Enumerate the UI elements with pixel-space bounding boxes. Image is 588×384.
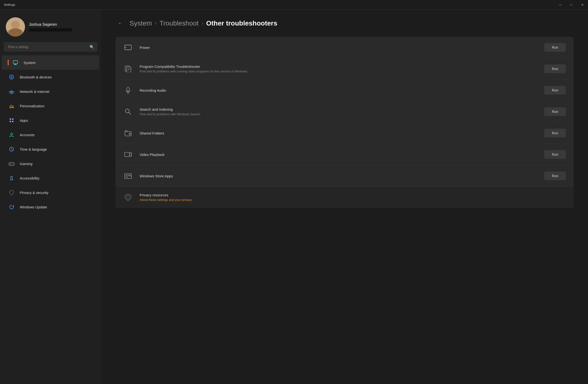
back-button[interactable]: ← (116, 19, 125, 27)
search-input[interactable] (4, 42, 97, 52)
sidebar-item-personalization-label: Personalization (20, 104, 44, 108)
bluetooth-icon: ᛒ (8, 73, 15, 81)
maximize-button[interactable]: □ (566, 0, 577, 10)
troubleshooter-recording-audio: Recording Audio Run (116, 80, 574, 101)
troubleshooter-search-indexing: Search and Indexing Find and fix problem… (116, 101, 574, 122)
sidebar-item-time-label: Time & language (20, 147, 47, 151)
app-container: Joshua Segeren 🔍 System (0, 10, 588, 384)
compat-icon (123, 64, 133, 74)
sidebar-item-accessibility-label: Accessibility (20, 176, 40, 180)
sidebar-item-time[interactable]: Time & language (2, 142, 99, 156)
sidebar-item-bluetooth[interactable]: ᛒ Bluetooth & devices (2, 70, 99, 84)
search-bar[interactable]: 🔍 (4, 42, 97, 52)
mic-icon (123, 85, 133, 95)
sidebar-item-system[interactable]: System (2, 55, 99, 70)
titlebar-controls: — □ ✕ (555, 0, 588, 10)
sidebar-item-accounts[interactable]: Accounts (2, 127, 99, 142)
profile-name: Joshua Segeren (29, 22, 72, 27)
avatar-image (6, 17, 25, 37)
troubleshooter-search-desc: Find and fix problems with Windows Searc… (140, 112, 537, 116)
svg-rect-24 (127, 87, 129, 91)
troubleshooter-store-info: Windows Store Apps (140, 174, 537, 178)
troubleshooter-folders-info: Shared Folders (140, 131, 537, 135)
sidebar-item-gaming[interactable]: Gaming (2, 156, 99, 171)
breadcrumb-sep-1: › (155, 20, 156, 26)
close-button[interactable]: ✕ (577, 0, 588, 10)
troubleshooter-search-info: Search and Indexing Find and fix problem… (140, 107, 537, 116)
run-audio-button[interactable]: Run (544, 86, 566, 95)
troubleshooter-folders-name: Shared Folders (140, 131, 537, 135)
network-icon (8, 88, 15, 95)
svg-line-28 (129, 112, 131, 114)
run-store-button[interactable]: Run (544, 172, 566, 180)
svg-point-5 (11, 94, 12, 94)
accounts-icon (8, 131, 15, 139)
store-icon (123, 171, 133, 181)
titlebar-title: Settings (4, 3, 15, 6)
svg-rect-2 (14, 64, 17, 65)
sidebar-item-gaming-label: Gaming (20, 162, 33, 166)
troubleshooter-compat-desc: Find and fix problems with running older… (140, 70, 537, 73)
sidebar-item-personalization[interactable]: Personalization (2, 99, 99, 113)
sidebar-item-apps[interactable]: Apps (2, 113, 99, 127)
svg-rect-31 (125, 152, 129, 157)
folder-icon (123, 128, 133, 138)
svg-point-16 (13, 164, 14, 164)
sidebar-item-apps-label: Apps (20, 118, 28, 122)
svg-point-10 (11, 133, 13, 135)
sidebar-item-accounts-label: Accounts (20, 133, 35, 137)
svg-rect-21 (126, 67, 131, 72)
breadcrumb-current: Other troubleshooters (206, 20, 277, 27)
main-content: ← System › Troubleshoot › Other troubles… (101, 10, 588, 384)
troubleshooter-power: Power Run (116, 37, 574, 58)
breadcrumb-troubleshoot[interactable]: Troubleshoot (160, 20, 199, 27)
profile-info: Joshua Segeren (29, 22, 72, 32)
svg-rect-34 (128, 175, 130, 176)
svg-rect-33 (126, 175, 127, 177)
sidebar-item-network[interactable]: Network & internet (2, 84, 99, 99)
active-indicator (8, 60, 9, 65)
troubleshooter-search-name: Search and Indexing (140, 107, 537, 111)
sidebar-item-update[interactable]: Windows Update (2, 200, 99, 214)
troubleshooter-video-info: Video Playback (140, 153, 537, 157)
minimize-button[interactable]: — (555, 0, 566, 10)
svg-rect-9 (12, 121, 14, 122)
search-icon: 🔍 (89, 45, 94, 49)
privacy-shield-icon (8, 189, 15, 196)
privacy-resources: Privacy resources About these settings a… (116, 187, 574, 208)
power-icon (123, 42, 133, 52)
profile-email (29, 28, 72, 32)
breadcrumb: ← System › Troubleshoot › Other troubles… (116, 19, 574, 27)
svg-rect-7 (12, 118, 14, 120)
svg-rect-29 (125, 132, 131, 136)
troubleshooter-compat-info: Program Compatibility Troubleshooter Fin… (140, 64, 537, 73)
troubleshooter-video-name: Video Playback (140, 153, 537, 157)
run-compat-button[interactable]: Run (544, 64, 566, 73)
svg-point-15 (12, 163, 13, 164)
svg-point-17 (11, 176, 12, 177)
profile-section: Joshua Segeren (0, 14, 101, 42)
sidebar-item-accessibility[interactable]: Accessibility (2, 171, 99, 185)
privacy-resources-info: Privacy resources About these settings a… (140, 193, 566, 202)
update-icon (8, 203, 15, 211)
svg-rect-6 (10, 118, 11, 120)
gaming-icon (8, 160, 15, 167)
run-power-button[interactable]: Run (544, 43, 566, 52)
sidebar-item-bluetooth-label: Bluetooth & devices (20, 75, 52, 79)
run-video-button[interactable]: Run (544, 150, 566, 159)
troubleshooter-store-name: Windows Store Apps (140, 174, 537, 178)
run-folders-button[interactable]: Run (544, 129, 566, 137)
search-indexing-icon (123, 107, 133, 117)
privacy-resources-link[interactable]: About these settings and your privacy (140, 198, 566, 202)
svg-rect-32 (125, 174, 131, 179)
system-icon (12, 59, 19, 66)
accessibility-icon (8, 174, 15, 182)
run-search-button[interactable]: Run (544, 107, 566, 116)
breadcrumb-system[interactable]: System (129, 20, 152, 27)
troubleshooter-audio-info: Recording Audio (140, 88, 537, 92)
sidebar: Joshua Segeren 🔍 System (0, 10, 101, 384)
svg-rect-0 (13, 61, 18, 64)
sidebar-item-privacy[interactable]: Privacy & security (2, 185, 99, 200)
svg-rect-1 (14, 64, 16, 64)
svg-point-19 (126, 47, 126, 48)
